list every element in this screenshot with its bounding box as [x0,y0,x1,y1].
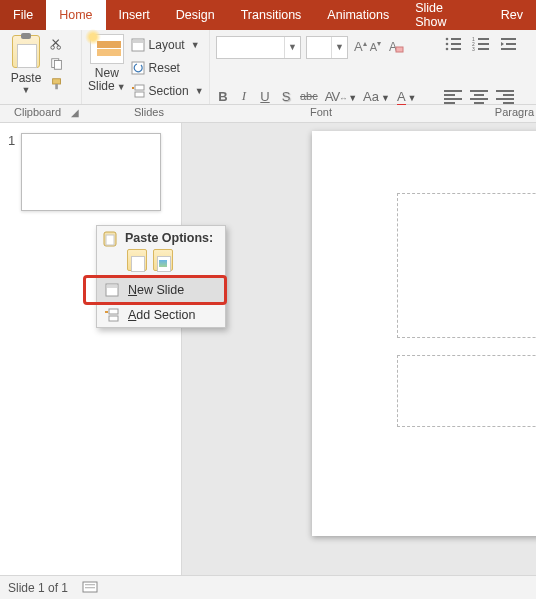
context-new-slide-label: New Slide [128,283,184,297]
svg-rect-32 [107,285,117,288]
svg-rect-37 [85,584,95,585]
svg-text:3: 3 [472,46,475,52]
group-slides: New Slide▼ Layout▼ Reset Section▼ [82,30,210,104]
svg-rect-17 [451,43,461,45]
svg-rect-21 [478,38,489,40]
new-slide-button[interactable]: New Slide▼ [88,33,126,93]
section-icon [131,84,145,98]
context-menu: Paste Options: New Slide Add Section [96,225,226,328]
svg-rect-3 [54,61,61,70]
layout-button[interactable]: Layout▼ [131,35,204,55]
group-clipboard: Paste ▼ [0,30,82,104]
tab-slideshow[interactable]: Slide Show [402,0,488,30]
clipboard-icon [102,230,119,247]
svg-point-1 [57,46,61,50]
subtitle-placeholder[interactable] [397,355,536,427]
copy-icon[interactable] [49,57,65,71]
char-spacing-button[interactable]: AV↔▼ [325,89,356,104]
context-add-section[interactable]: Add Section [97,302,225,327]
grow-font-button[interactable]: A▴ [353,39,368,54]
title-placeholder[interactable] [397,193,536,338]
clipboard-icon [12,35,40,68]
paste-use-destination-theme-icon[interactable] [127,249,147,271]
tab-insert[interactable]: Insert [106,0,163,30]
font-color-button[interactable]: A▼ [397,89,417,104]
font-name-combo[interactable]: ▼ [216,36,301,59]
status-bar: Slide 1 of 1 [0,575,536,599]
group-paragraph: 123 [436,30,536,104]
numbering-button[interactable]: 123 [472,36,490,52]
svg-rect-27 [506,43,516,45]
context-new-slide[interactable]: New Slide [97,277,225,302]
svg-point-0 [51,46,55,50]
svg-rect-23 [478,43,489,45]
tab-home[interactable]: Home [46,0,105,30]
tab-review[interactable]: Rev [488,0,536,30]
align-center-button[interactable] [470,90,488,104]
svg-point-18 [446,48,449,51]
slide-thumbnail-pane[interactable]: 1 [0,123,182,575]
align-right-button[interactable] [496,90,514,104]
slide[interactable] [312,131,536,536]
text-shadow-button[interactable]: S [279,89,293,104]
tab-design[interactable]: Design [163,0,228,30]
svg-rect-19 [451,48,461,50]
format-painter-icon[interactable] [49,77,65,91]
svg-point-16 [446,43,449,46]
bold-button[interactable]: B [216,89,230,104]
chevron-down-icon[interactable]: ▼ [191,40,200,50]
paste-label: Paste [6,71,46,85]
chevron-down-icon[interactable]: ▼ [195,86,204,96]
svg-rect-28 [501,48,516,50]
notes-icon[interactable] [82,581,98,595]
chevron-down-icon[interactable]: ▼ [331,37,347,58]
svg-rect-11 [132,87,134,89]
svg-rect-5 [55,84,58,89]
workspace: 1 [0,123,536,575]
shrink-font-button[interactable]: A▾ [369,39,382,54]
decrease-indent-button[interactable] [500,36,518,52]
reset-icon [131,61,145,75]
paste-picture-icon[interactable] [153,249,173,271]
tab-file[interactable]: File [0,0,46,30]
new-slide-icon [104,282,120,298]
new-slide-label2: Slide [88,79,115,93]
context-add-section-label: Add Section [128,308,195,322]
paste-button[interactable]: Paste ▼ [6,33,46,95]
slide-number: 1 [8,133,15,211]
chevron-down-icon[interactable]: ▼ [117,82,126,92]
italic-button[interactable]: I [237,88,251,104]
dialog-launcher-icon[interactable]: ◢ [71,107,79,118]
tab-transitions[interactable]: Transitions [228,0,315,30]
group-font: ▼ ▼ A▴ A▾ A B I U S abc AV↔▼ Aa▼ A▼ [210,30,436,104]
svg-rect-33 [109,309,118,314]
chevron-down-icon[interactable]: ▼ [284,37,300,58]
svg-rect-30 [106,235,114,245]
slides-group-label: Slides [134,106,164,118]
font-group-label: Font [310,106,332,118]
align-left-button[interactable] [444,90,462,104]
font-size-combo[interactable]: ▼ [306,36,348,59]
paste-options-header: Paste Options: [97,226,225,247]
tab-animations[interactable]: Animations [314,0,402,30]
new-slide-icon [90,34,124,64]
svg-rect-15 [451,38,461,40]
slide-canvas[interactable] [182,123,536,575]
chevron-down-icon[interactable]: ▼ [6,85,46,95]
section-button[interactable]: Section▼ [131,81,204,101]
clear-formatting-icon[interactable]: A [387,38,405,56]
svg-rect-25 [478,48,489,50]
change-case-button[interactable]: Aa▼ [363,89,390,104]
bullets-button[interactable] [444,36,462,52]
new-slide-label1: New [88,66,126,80]
svg-rect-10 [135,92,144,97]
svg-rect-35 [105,311,108,313]
reset-button[interactable]: Reset [131,58,204,78]
underline-button[interactable]: U [258,89,272,104]
slide-thumbnail-1[interactable] [21,133,161,211]
layout-icon [131,38,145,52]
cut-icon[interactable] [49,37,65,51]
svg-rect-4 [53,79,61,84]
svg-rect-34 [109,316,118,321]
strikethrough-button[interactable]: abc [300,90,318,102]
